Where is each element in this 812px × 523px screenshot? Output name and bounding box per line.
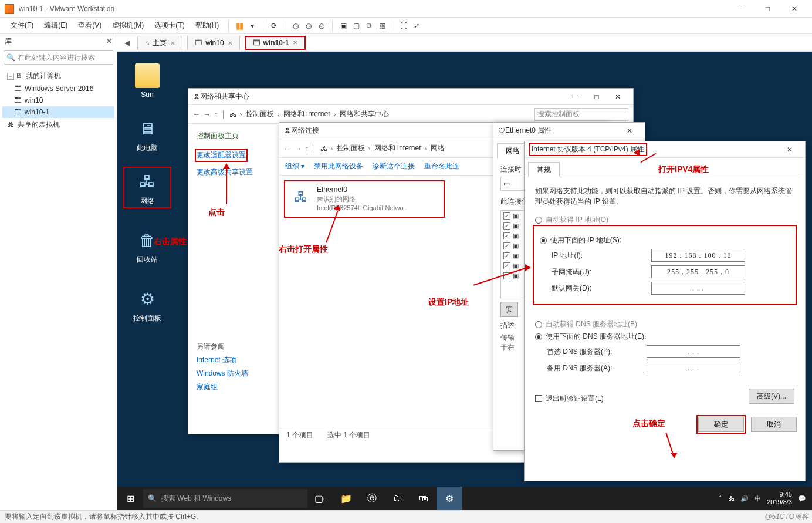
disable-device[interactable]: 禁用此网络设备 xyxy=(314,161,363,171)
view-exclusive-icon[interactable]: ▢ xyxy=(350,20,362,32)
snapshot-icon[interactable]: ⟳ xyxy=(268,20,280,32)
maximize-button[interactable]: □ xyxy=(586,93,607,101)
close-button[interactable]: ✕ xyxy=(619,127,640,135)
tb-icon-1[interactable]: ◷ xyxy=(290,20,302,32)
ipv4-properties-window[interactable]: Internet 协议版本 4 (TCP/IPv4) 属性 ✕ 常规 如果网络支… xyxy=(524,141,806,481)
adapter-ethernet0[interactable]: 🖧 Ethernet0 未识别的网络 Intel(R) 82574L Gigab… xyxy=(285,181,444,217)
desktop-icon-recyclebin[interactable]: 🗑回收站 xyxy=(126,228,169,265)
link-change-adapter[interactable]: 更改适配器设置 xyxy=(197,150,246,160)
taskbar-search[interactable]: 🔍搜索 Web 和 Windows xyxy=(143,489,307,508)
radio-auto-dns[interactable]: 自动获得 DNS 服务器地址(B) xyxy=(535,319,794,329)
ime-icon[interactable]: 中 xyxy=(755,494,761,503)
checkbox-icon[interactable] xyxy=(503,222,510,230)
checkbox-icon[interactable] xyxy=(503,242,510,249)
explorer-button[interactable]: 📁 xyxy=(333,487,359,510)
crumb-2[interactable]: 网络和 Internet xyxy=(283,109,330,119)
tab-win10[interactable]: 🗔win10✕ xyxy=(187,36,239,50)
close-icon[interactable]: ✕ xyxy=(228,40,232,46)
tree-root-shared[interactable]: 🖧共享的虚拟机 xyxy=(2,118,114,131)
crumb-1[interactable]: 控制面板 xyxy=(337,143,365,153)
close-icon[interactable]: ✕ xyxy=(170,40,175,46)
minimize-button[interactable]: — xyxy=(728,1,755,17)
checkbox-icon[interactable] xyxy=(503,212,510,220)
ip-input[interactable]: 192 . 168 . 100 . 18 xyxy=(651,249,745,262)
back-button[interactable]: ← xyxy=(284,144,291,153)
library-search-input[interactable]: 🔍 在此处键入内容进行搜索 xyxy=(4,50,113,65)
crumb-3[interactable]: 网络 xyxy=(431,143,445,153)
tab-win10-1[interactable]: 🗔win10-1✕ xyxy=(245,36,306,50)
desktop-icon-thispc[interactable]: 🖥此电脑 xyxy=(126,116,169,153)
controlpanel-taskbar[interactable]: ⚙ xyxy=(437,487,462,510)
close-icon[interactable]: ✕ xyxy=(293,39,297,46)
radio-auto-ip[interactable]: 自动获得 IP 地址(O) xyxy=(535,215,794,225)
tab-home[interactable]: ⌂主页✕ xyxy=(137,36,182,50)
menu-vm[interactable]: 虚拟机(M) xyxy=(107,18,148,33)
back-button[interactable]: ← xyxy=(193,110,200,119)
toolbar-dropdown-icon[interactable]: ▾ xyxy=(246,20,258,32)
radio-manual-ip[interactable]: 使用下面的 IP 地址(S): xyxy=(540,235,790,245)
dns2-input[interactable]: . . . xyxy=(647,362,740,374)
view-console-icon[interactable]: ▧ xyxy=(376,20,388,32)
close-button[interactable]: ✕ xyxy=(779,146,800,154)
forward-button[interactable]: → xyxy=(295,144,302,153)
library-close-icon[interactable]: ✕ xyxy=(106,37,112,45)
advanced-button[interactable]: 高级(V)... xyxy=(749,389,794,404)
maximize-button[interactable]: □ xyxy=(755,1,781,17)
tab-nav-back[interactable]: ◀ xyxy=(121,39,133,47)
tb-icon-3[interactable]: ◵ xyxy=(316,20,327,32)
link-internet-options[interactable]: Internet 选项 xyxy=(197,355,262,365)
gateway-input[interactable]: . . . xyxy=(651,282,745,295)
validate-checkbox[interactable]: 退出时验证设置(L) xyxy=(535,394,604,404)
tb-icon-2[interactable]: ◶ xyxy=(303,20,314,32)
forward-button[interactable]: → xyxy=(204,110,211,119)
notification-icon[interactable]: 💬 xyxy=(798,495,806,502)
dns1-input[interactable]: . . . xyxy=(647,345,740,358)
radio-manual-dns[interactable]: 使用下面的 DNS 服务器地址(E): xyxy=(535,332,794,342)
network-tray-icon[interactable]: 🖧 xyxy=(728,495,735,502)
system-tray[interactable]: ˄ 🖧 🔊 中 9:45 2019/8/3 💬 xyxy=(713,491,812,506)
menu-tabs[interactable]: 选项卡(T) xyxy=(150,18,189,33)
link-homegroup[interactable]: 家庭组 xyxy=(197,382,262,392)
checkbox-icon[interactable] xyxy=(503,262,510,269)
tree-item-wserver[interactable]: 🗔Windows Server 2016 xyxy=(2,83,114,95)
stretch-icon[interactable]: ⤢ xyxy=(411,20,422,32)
fullscreen-icon[interactable]: ⛶ xyxy=(398,20,410,32)
tab-general[interactable]: 常规 xyxy=(528,162,560,177)
install-button[interactable]: 安 xyxy=(500,302,518,317)
up-button[interactable]: ↑ xyxy=(305,144,309,153)
start-button[interactable]: ⊞ xyxy=(117,487,143,510)
close-button[interactable]: ✕ xyxy=(607,93,628,101)
view-unity-icon[interactable]: ⧉ xyxy=(363,20,375,32)
tray-up-icon[interactable]: ˄ xyxy=(719,495,722,502)
checkbox-icon[interactable] xyxy=(503,252,510,259)
menu-view[interactable]: 查看(V) xyxy=(73,18,106,33)
search-input[interactable]: 搜索控制面板 xyxy=(534,108,628,121)
tree-item-win10-1[interactable]: 🗔win10-1 xyxy=(2,106,114,118)
rename[interactable]: 重命名此连 xyxy=(424,161,459,171)
taskview-button[interactable]: ▢▫ xyxy=(307,487,333,510)
folder-button[interactable]: 🗂 xyxy=(385,487,411,510)
mask-input[interactable]: 255 . 255 . 255 . 0 xyxy=(651,265,745,278)
menu-file[interactable]: 文件(F) xyxy=(6,18,38,33)
desktop-icon-network[interactable]: 🖧网络 xyxy=(126,169,169,206)
diagnose[interactable]: 诊断这个连接 xyxy=(373,161,415,171)
checkbox-icon[interactable] xyxy=(503,232,510,239)
desktop-icon-controlpanel[interactable]: ⚙控制面板 xyxy=(126,286,169,323)
menu-edit[interactable]: 编辑(E) xyxy=(39,18,72,33)
volume-icon[interactable]: 🔊 xyxy=(740,495,749,502)
up-button[interactable]: ↑ xyxy=(214,110,218,119)
close-button[interactable]: ✕ xyxy=(781,1,807,17)
organize-menu[interactable]: 组织 ▾ xyxy=(285,161,304,171)
crumb-3[interactable]: 网络和共享中心 xyxy=(340,109,389,119)
tree-root-my-computer[interactable]: −🖥我的计算机 xyxy=(2,69,114,83)
edge-button[interactable]: ⓔ xyxy=(359,487,385,510)
tree-item-win10[interactable]: 🗔win10 xyxy=(2,95,114,106)
view-single-icon[interactable]: ▣ xyxy=(337,20,349,32)
minimize-button[interactable]: — xyxy=(565,93,586,101)
desktop-icon-sun[interactable]: Sun xyxy=(126,63,169,99)
crumb-2[interactable]: 网络和 Internet xyxy=(374,143,421,153)
store-button[interactable]: 🛍 xyxy=(411,487,437,510)
ok-button[interactable]: 确定 xyxy=(698,417,744,432)
vm-viewport[interactable]: Sun 🖥此电脑 🖧网络 🗑回收站 ⚙控制面板 🖧 网络和共享中心 —□✕ ← … xyxy=(117,52,812,510)
menu-help[interactable]: 帮助(H) xyxy=(191,18,224,33)
